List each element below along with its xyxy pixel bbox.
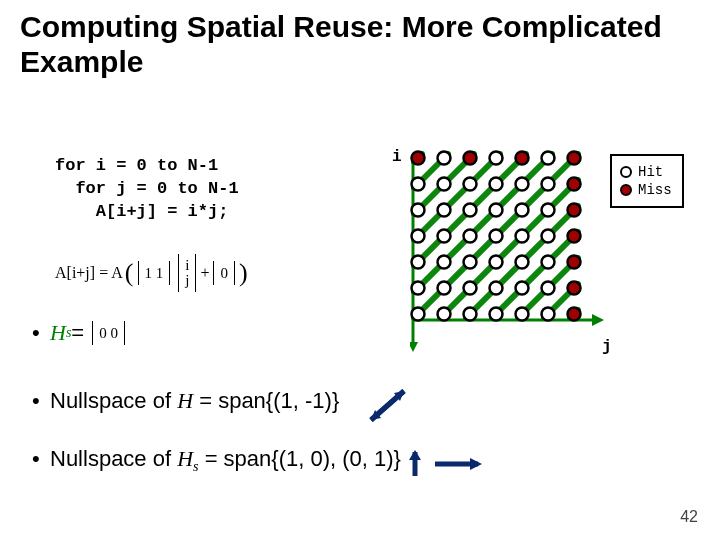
hs-matrix: 0 0 (92, 321, 125, 345)
svg-point-65 (568, 308, 581, 321)
svg-point-42 (516, 230, 529, 243)
svg-point-40 (464, 230, 477, 243)
svg-point-35 (516, 204, 529, 217)
svg-point-21 (516, 152, 529, 165)
svg-point-55 (490, 282, 503, 295)
eq-lhs: A[i+j] = A (55, 264, 123, 282)
svg-point-45 (412, 256, 425, 269)
circle-icon (620, 166, 632, 178)
svg-point-28 (516, 178, 529, 191)
slide-title: Computing Spatial Reuse: More Complicate… (20, 10, 680, 79)
nsh-H: H (177, 388, 193, 413)
svg-point-23 (568, 152, 581, 165)
bullet-nullspace-hs: •Nullspace of Hs = span{(1, 0), (0, 1)} (32, 446, 401, 475)
page-number: 42 (680, 508, 698, 526)
svg-point-26 (464, 178, 477, 191)
code-block: for i = 0 to N-1 for j = 0 to N-1 A[i+j]… (55, 155, 239, 224)
svg-point-33 (464, 204, 477, 217)
diagonal-arrow-icon (366, 385, 416, 425)
svg-point-25 (438, 178, 451, 191)
svg-point-44 (568, 230, 581, 243)
svg-point-47 (464, 256, 477, 269)
bullet-hs: • Hs = 0 0 (32, 320, 129, 346)
svg-point-51 (568, 256, 581, 269)
legend: Hit Miss (610, 154, 684, 208)
svg-point-32 (438, 204, 451, 217)
bullet-nullspace-h: •Nullspace of H = span{(1, -1)} (32, 388, 339, 414)
svg-point-50 (542, 256, 555, 269)
nsh-text: = span{(1, -1)} (193, 388, 339, 413)
hs-H: H (50, 320, 66, 346)
svg-point-37 (568, 204, 581, 217)
svg-point-56 (516, 282, 529, 295)
axes-arrows-icon (400, 448, 490, 480)
svg-point-61 (464, 308, 477, 321)
svg-point-54 (464, 282, 477, 295)
svg-marker-3 (592, 314, 604, 326)
code-line-1: for i = 0 to N-1 (55, 156, 218, 175)
svg-point-64 (542, 308, 555, 321)
axis-j-label: j (602, 338, 612, 356)
svg-point-27 (490, 178, 503, 191)
svg-point-39 (438, 230, 451, 243)
svg-point-29 (542, 178, 555, 191)
svg-point-18 (438, 152, 451, 165)
svg-point-38 (412, 230, 425, 243)
svg-point-57 (542, 282, 555, 295)
svg-point-17 (412, 152, 425, 165)
svg-point-62 (490, 308, 503, 321)
legend-miss: Miss (620, 182, 672, 198)
svg-point-58 (568, 282, 581, 295)
svg-point-53 (438, 282, 451, 295)
svg-point-30 (568, 178, 581, 191)
axis-i-label: i (392, 148, 402, 166)
svg-point-41 (490, 230, 503, 243)
nshs-H: H (177, 446, 193, 471)
iteration-plot (410, 150, 610, 360)
svg-point-36 (542, 204, 555, 217)
svg-point-24 (412, 178, 425, 191)
slide: Computing Spatial Reuse: More Complicate… (0, 0, 720, 540)
eq-col-matrix: i j (178, 254, 196, 292)
code-line-3: A[i+j] = i*j; (55, 202, 228, 221)
nshs-prefix: Nullspace of (50, 446, 177, 471)
svg-point-20 (490, 152, 503, 165)
code-line-2: for j = 0 to N-1 (55, 179, 239, 198)
svg-point-48 (490, 256, 503, 269)
svg-point-60 (438, 308, 451, 321)
svg-point-52 (412, 282, 425, 295)
filled-circle-icon (620, 184, 632, 196)
eq-offset-matrix: 0 (213, 261, 235, 285)
svg-point-43 (542, 230, 555, 243)
svg-point-49 (516, 256, 529, 269)
svg-point-59 (412, 308, 425, 321)
eq-plus: + (200, 264, 209, 282)
access-equation: A[i+j] = A ( 1 1 i j + 0 ) (55, 248, 248, 298)
eq-row-matrix: 1 1 (138, 261, 171, 285)
nsh-prefix: Nullspace of (50, 388, 177, 413)
svg-marker-73 (470, 458, 482, 470)
svg-point-46 (438, 256, 451, 269)
svg-point-63 (516, 308, 529, 321)
hs-eq: = (71, 320, 84, 346)
nshs-text: = span{(1, 0), (0, 1)} (199, 446, 401, 471)
legend-hit: Hit (620, 164, 672, 180)
svg-point-31 (412, 204, 425, 217)
svg-point-19 (464, 152, 477, 165)
svg-point-22 (542, 152, 555, 165)
svg-point-34 (490, 204, 503, 217)
svg-marker-71 (409, 450, 421, 460)
svg-marker-1 (410, 342, 418, 352)
